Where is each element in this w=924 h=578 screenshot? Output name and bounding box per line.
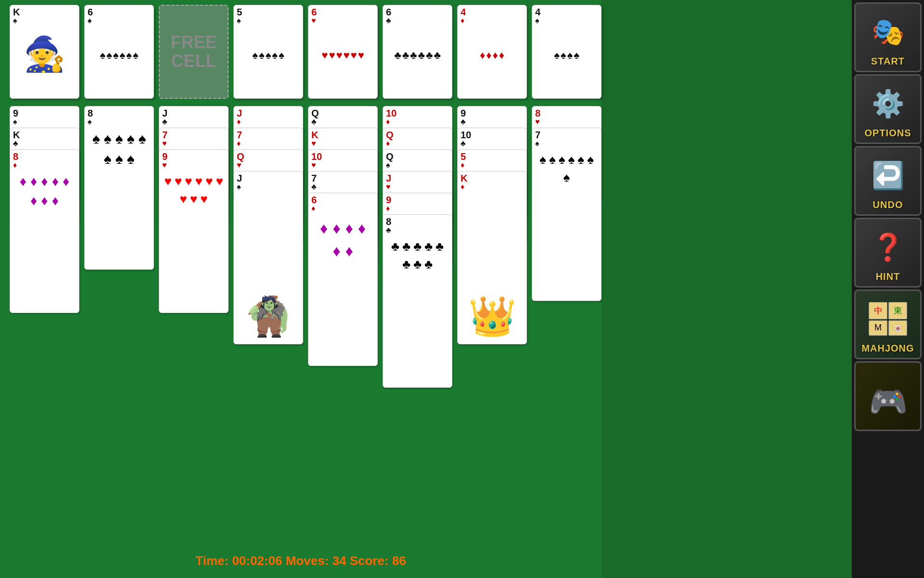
- card-7s[interactable]: 7♠ ♠♠ ♠♠ ♠♠ ♠: [532, 128, 602, 301]
- foundation-2[interactable]: 4 ♦ ♦♦ ♦♦: [457, 5, 527, 99]
- start-icon: 🎭: [856, 8, 920, 56]
- foundation-3[interactable]: 4 ♠ ♠♠ ♠♠: [532, 5, 602, 99]
- mahjong-label: MAHJONG: [861, 343, 914, 354]
- freecell-1[interactable]: 6 ♠ ♠♠ ♠♠ ♠♠: [84, 5, 154, 99]
- undo-icon: ↩️: [856, 151, 920, 199]
- status-bar: Time: 00:02:06 Moves: 34 Score: 86: [0, 553, 602, 568]
- card-9h[interactable]: 9♥ ♥♥ ♥♥ ♥♥ ♥♥ ♥: [159, 149, 229, 313]
- card-8d[interactable]: 8♦ ♦♦ ♦♦ ♦♦ ♦♦: [10, 149, 79, 313]
- hint-label: HINT: [876, 271, 900, 282]
- status-text: Time: 00:02:06 Moves: 34 Score: 86: [195, 553, 406, 568]
- undo-label: UNDO: [873, 199, 903, 210]
- undo-button[interactable]: ↩️ UNDO: [854, 146, 922, 216]
- gamepad-icon: 🎮: [856, 378, 920, 426]
- freecell-3[interactable]: 5 ♠ ♠♠ ♠♠ ♠: [233, 5, 303, 99]
- start-button[interactable]: 🎭 START: [854, 2, 922, 72]
- game-area: K ♠ 🧙 6 ♠ ♠♠ ♠♠ ♠♠ FREE CELL 5 ♠ ♠♠ ♠♠ ♠: [0, 0, 602, 578]
- mahjong-tile-4: 🀄: [888, 320, 907, 336]
- options-button[interactable]: ⚙️ OPTIONS: [854, 74, 922, 144]
- sidebar: 🎭 START ⚙️ OPTIONS ↩️ UNDO ❓ HINT 中 東 M …: [852, 0, 924, 578]
- mahjong-tile-3: M: [869, 320, 887, 336]
- mahjong-button[interactable]: 中 東 M 🀄 MAHJONG: [854, 289, 922, 359]
- start-label: START: [871, 56, 905, 67]
- card-6d[interactable]: 6♦ ♦♦ ♦♦ ♦♦: [308, 193, 378, 366]
- mahjong-tile-1: 中: [869, 302, 887, 319]
- freecell-label: FREE CELL: [170, 33, 217, 71]
- card-js[interactable]: J♠ 🧌: [233, 171, 303, 344]
- card-8s[interactable]: 8♠ ♠♠ ♠♠ ♠♠ ♠♠: [84, 106, 154, 270]
- hint-icon: ❓: [856, 223, 920, 271]
- freecell-placeholder[interactable]: FREE CELL: [159, 5, 229, 99]
- hint-button[interactable]: ❓ HINT: [854, 218, 922, 288]
- mahjong-tile-2: 東: [888, 302, 907, 319]
- card-kd[interactable]: K♦ 👑: [457, 171, 527, 344]
- games-button[interactable]: 🎮: [854, 361, 922, 431]
- options-label: OPTIONS: [864, 128, 911, 139]
- card-8c[interactable]: 8♣ ♣♣ ♣♣ ♣♣ ♣♣: [383, 214, 452, 388]
- options-icon: ⚙️: [856, 79, 920, 128]
- freecell-0[interactable]: K ♠ 🧙: [10, 5, 79, 99]
- foundation-1[interactable]: 6 ♣ ♣♣ ♣♣ ♣♣: [383, 5, 452, 99]
- foundation-0[interactable]: 6 ♥ ♥♥ ♥♥ ♥♥: [308, 5, 378, 99]
- mahjong-icon: 中 東 M 🀄: [856, 295, 920, 343]
